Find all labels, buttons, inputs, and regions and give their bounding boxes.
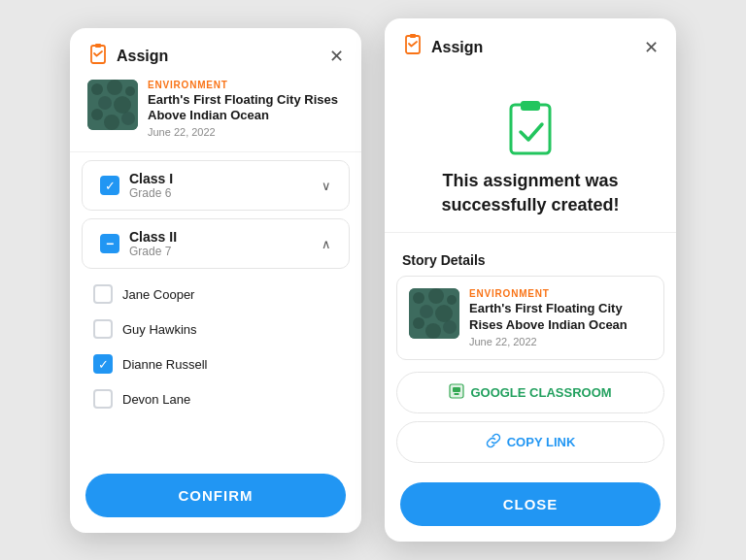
header-title-row: Assign (87, 44, 168, 70)
class-item-2[interactable]: − Class II Grade 7 ∧ (82, 218, 350, 269)
modal-footer-left: CONFIRM (70, 462, 361, 533)
assign-modal-left: Assign ✕ ENVIRONMENT Earth's First Float… (70, 28, 361, 533)
success-icon-area (385, 70, 676, 169)
svg-point-5 (125, 86, 135, 96)
student-name-dianne: Dianne Russell (122, 357, 207, 372)
svg-point-10 (104, 115, 119, 130)
article-title-right: Earth's First Floating City Rises Above … (469, 301, 652, 334)
svg-point-22 (443, 320, 457, 334)
close-button-right[interactable]: ✕ (644, 39, 659, 56)
checkmark-1: ✓ (105, 180, 116, 192)
svg-point-6 (98, 96, 112, 110)
svg-point-17 (428, 288, 444, 304)
assign-icon-left (87, 44, 109, 70)
svg-rect-12 (410, 34, 416, 38)
svg-point-21 (413, 317, 424, 329)
student-item-guy[interactable]: Guy Hawkins (70, 312, 361, 346)
student-name-devon: Devon Lane (122, 392, 190, 407)
svg-point-20 (435, 305, 453, 322)
modal-footer-right: CLOSE (385, 471, 676, 542)
google-classroom-label: GOOGLE CLASSROOM (470, 385, 611, 400)
checkmark-dianne: ✓ (98, 358, 109, 371)
article-row-right: ENVIRONMENT Earth's First Floating City … (409, 288, 652, 347)
svg-rect-13 (511, 105, 550, 153)
class-item-1[interactable]: ✓ Class I Grade 6 ∨ (82, 160, 350, 211)
svg-point-16 (413, 292, 424, 304)
assign-icon-right (402, 34, 424, 60)
article-info-left: ENVIRONMENT Earth's First Floating City … (148, 80, 344, 139)
article-info-right: ENVIRONMENT Earth's First Floating City … (469, 288, 652, 347)
svg-rect-26 (453, 387, 460, 392)
chevron-down-icon-1: ∨ (322, 179, 331, 193)
success-message: This assignment was successfully created… (385, 169, 676, 232)
copy-link-button[interactable]: COPY LINK (396, 421, 664, 463)
class-1-name: Class I (129, 171, 173, 186)
svg-point-8 (91, 109, 103, 120)
modal-title-left: Assign (117, 48, 168, 65)
checkbox-dianne[interactable]: ✓ (93, 354, 113, 374)
article-date-right: June 22, 2022 (469, 336, 652, 347)
article-title-left: Earth's First Floating City Rises Above … (148, 92, 344, 125)
svg-rect-14 (521, 101, 540, 111)
svg-point-9 (121, 112, 135, 125)
article-date-left: June 22, 2022 (148, 126, 344, 138)
class-2-info: Class II Grade 7 (129, 229, 177, 258)
svg-point-3 (91, 83, 103, 95)
student-item-dianne[interactable]: ✓ Dianne Russell (70, 346, 361, 381)
link-icon (486, 433, 501, 451)
article-row-left: ENVIRONMENT Earth's First Floating City … (70, 80, 361, 152)
modal-header-left: Assign ✕ (70, 28, 361, 80)
class-2-grade: Grade 7 (129, 245, 177, 258)
google-classroom-icon (449, 383, 464, 402)
close-button-left[interactable]: ✕ (329, 48, 344, 65)
student-item-devon[interactable]: Devon Lane (70, 381, 361, 416)
checkbox-guy[interactable] (93, 319, 113, 339)
article-category-right: ENVIRONMENT (469, 288, 652, 299)
svg-rect-27 (455, 393, 459, 395)
svg-rect-1 (95, 44, 101, 48)
copy-link-label: COPY LINK (507, 435, 576, 449)
confirm-button[interactable]: CONFIRM (85, 474, 346, 517)
story-details-box: ENVIRONMENT Earth's First Floating City … (396, 276, 664, 360)
student-name-jane: Jane Cooper (122, 287, 194, 302)
svg-point-18 (447, 295, 457, 305)
class-1-grade: Grade 6 (129, 186, 173, 200)
modal-title-right: Assign (431, 39, 483, 56)
student-item-jane[interactable]: Jane Cooper (70, 277, 361, 312)
svg-point-19 (420, 305, 433, 318)
google-classroom-button[interactable]: GOOGLE CLASSROOM (396, 372, 664, 413)
class-item-1-left: ✓ Class I Grade 6 (100, 171, 173, 200)
success-clipboard-icon (499, 97, 561, 159)
class-list: ✓ Class I Grade 6 ∨ − Class II Grade 7 (70, 160, 361, 461)
checkbox-devon[interactable] (93, 389, 113, 409)
svg-point-4 (107, 80, 122, 95)
close-action-button[interactable]: CLOSE (400, 482, 661, 526)
modal-header-right: Assign ✕ (385, 18, 676, 70)
checkbox-jane[interactable] (93, 284, 113, 304)
chevron-up-icon-2: ∧ (322, 237, 331, 251)
checkbox-class-2[interactable]: − (100, 234, 119, 253)
article-thumbnail-left (87, 80, 138, 130)
svg-point-23 (425, 323, 441, 339)
student-name-guy: Guy Hawkins (122, 322, 197, 337)
class-item-2-left: − Class II Grade 7 (100, 229, 177, 258)
divider-left (70, 151, 361, 152)
class-2-name: Class II (129, 229, 177, 245)
header-title-row-right: Assign (402, 34, 483, 60)
story-details-label: Story Details (385, 241, 676, 276)
checkbox-class-1[interactable]: ✓ (100, 176, 119, 195)
divider-right (385, 232, 676, 233)
assign-modal-right: Assign ✕ This assignment was successfull… (385, 18, 676, 541)
minus-mark-2: − (106, 237, 114, 250)
svg-point-7 (114, 96, 131, 114)
class-1-info: Class I Grade 6 (129, 171, 173, 200)
article-category-left: ENVIRONMENT (148, 80, 344, 90)
article-thumbnail-right (409, 288, 459, 339)
